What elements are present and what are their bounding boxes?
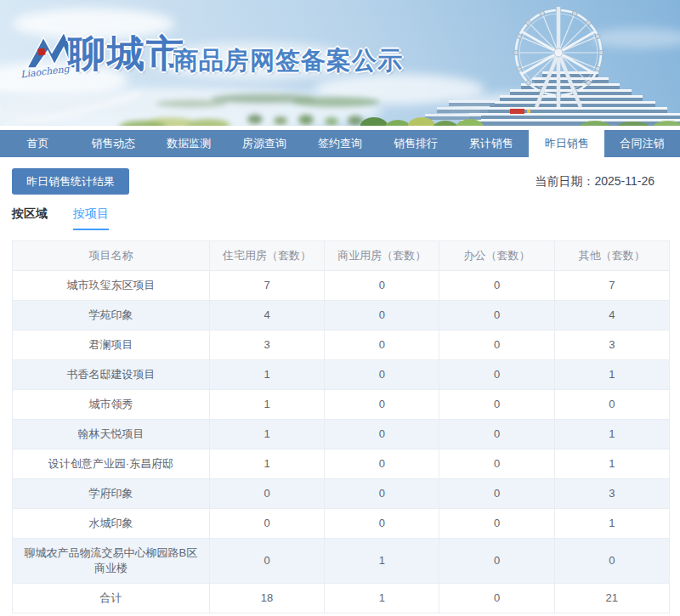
nav-item-4[interactable]: 签约查询 xyxy=(303,130,378,157)
value-cell: 1 xyxy=(325,584,439,613)
column-header-1: 住宅用房（套数） xyxy=(209,241,324,271)
value-cell: 1 xyxy=(209,449,324,479)
table-row: 学府印象0003 xyxy=(13,479,670,509)
nav-item-7[interactable]: 昨日销售 xyxy=(529,130,604,157)
value-cell: 21 xyxy=(554,584,669,613)
value-cell: 0 xyxy=(325,331,439,360)
yesterday-sales-result-button[interactable]: 昨日销售统计结果 xyxy=(12,168,129,195)
value-cell: 0 xyxy=(439,449,554,479)
value-cell: 0 xyxy=(325,479,439,509)
value-cell: 1 xyxy=(554,360,669,390)
value-cell: 0 xyxy=(209,479,324,509)
value-cell: 0 xyxy=(325,449,439,479)
site-title-main: 商品房网签备案公示 xyxy=(173,44,403,78)
value-cell: 0 xyxy=(325,509,439,539)
column-header-3: 办公（套数） xyxy=(439,241,554,271)
project-name-cell: 君澜项目 xyxy=(13,331,210,360)
value-cell: 4 xyxy=(209,301,324,331)
tab-0[interactable]: 按区域 xyxy=(12,206,48,230)
value-cell: 1 xyxy=(209,360,324,390)
table-row: 学苑印象4004 xyxy=(13,301,670,331)
page: Liaocheng 聊城市 商品房网签备案公示 首页销售动态数据监测房源查询签约… xyxy=(0,0,680,616)
current-date-value: 2025-11-26 xyxy=(594,174,654,188)
value-cell: 1 xyxy=(554,509,669,539)
site-title-city: 聊城市 xyxy=(68,29,185,79)
value-cell: 0 xyxy=(439,479,554,509)
value-cell: 4 xyxy=(554,301,669,331)
value-cell: 0 xyxy=(439,360,554,390)
project-name-cell: 聊城农产品物流交易中心柳园路B区商业楼 xyxy=(13,539,210,584)
nav-item-5[interactable]: 销售排行 xyxy=(377,130,453,157)
nav-item-3[interactable]: 房源查询 xyxy=(227,130,303,157)
column-header-0: 项目名称 xyxy=(13,241,210,271)
project-name-cell: 合计 xyxy=(13,584,210,613)
nav-item-0[interactable]: 首页 xyxy=(0,130,76,157)
column-header-4: 其他（套数） xyxy=(554,241,669,271)
table-row: 君澜项目3003 xyxy=(13,331,670,360)
value-cell: 0 xyxy=(325,271,439,301)
table-row: 水城印象0001 xyxy=(13,509,670,539)
value-cell: 0 xyxy=(439,331,554,360)
value-cell: 0 xyxy=(439,584,554,613)
value-cell: 0 xyxy=(209,509,324,539)
table-row: 设计创意产业园·东昌府邸1001 xyxy=(13,449,670,479)
value-cell: 0 xyxy=(439,509,554,539)
project-name-cell: 城市玖玺东区项目 xyxy=(13,271,210,301)
value-cell: 0 xyxy=(325,420,439,449)
project-name-cell: 城市领秀 xyxy=(13,390,210,420)
table-row: 聊城农产品物流交易中心柳园路B区商业楼0100 xyxy=(13,539,670,584)
value-cell: 0 xyxy=(554,390,669,420)
value-cell: 1 xyxy=(554,420,669,449)
table-row: 城市玖玺东区项目7007 xyxy=(13,271,670,301)
project-name-cell: 书香名邸建设项目 xyxy=(13,360,210,390)
project-name-cell: 学府印象 xyxy=(13,479,210,509)
value-cell: 3 xyxy=(554,479,669,509)
project-name-cell: 翰林天悦项目 xyxy=(13,420,210,449)
sales-table: 项目名称住宅用房（套数）商业用房（套数）办公（套数）其他（套数） 城市玖玺东区项… xyxy=(12,240,670,613)
view-tabs: 按区域按项目 xyxy=(12,206,668,230)
project-name-cell: 水城印象 xyxy=(13,509,210,539)
nav-item-1[interactable]: 销售动态 xyxy=(76,130,151,157)
toolbar: 昨日销售统计结果 当前日期：2025-11-26 xyxy=(12,168,668,195)
value-cell: 0 xyxy=(439,420,554,449)
value-cell: 1 xyxy=(209,390,324,420)
value-cell: 18 xyxy=(209,584,324,613)
value-cell: 1 xyxy=(554,449,669,479)
nav-item-8[interactable]: 合同注销 xyxy=(604,130,680,157)
content-area: 昨日销售统计结果 当前日期：2025-11-26 按区域按项目 项目名称住宅用房… xyxy=(0,168,680,613)
project-name-cell: 设计创意产业园·东昌府邸 xyxy=(13,449,210,479)
nav-item-2[interactable]: 数据监测 xyxy=(151,130,227,157)
value-cell: 0 xyxy=(209,539,324,584)
value-cell: 1 xyxy=(209,420,324,449)
value-cell: 3 xyxy=(209,331,324,360)
site-banner: Liaocheng 聊城市 商品房网签备案公示 xyxy=(0,0,680,126)
project-name-cell: 学苑印象 xyxy=(13,301,210,331)
value-cell: 7 xyxy=(209,271,324,301)
table-row: 合计181021 xyxy=(13,584,670,613)
table-row: 书香名邸建设项目1001 xyxy=(13,360,670,390)
table-row: 城市领秀1000 xyxy=(13,390,670,420)
value-cell: 0 xyxy=(325,390,439,420)
current-date: 当前日期：2025-11-26 xyxy=(535,174,654,189)
sales-table-body: 城市玖玺东区项目7007学苑印象4004君澜项目3003书香名邸建设项目1001… xyxy=(13,271,670,613)
value-cell: 0 xyxy=(554,539,669,584)
current-date-label: 当前日期： xyxy=(535,174,594,188)
tab-1[interactable]: 按项目 xyxy=(73,206,109,230)
value-cell: 0 xyxy=(439,539,554,584)
value-cell: 3 xyxy=(554,331,669,360)
sales-table-header: 项目名称住宅用房（套数）商业用房（套数）办公（套数）其他（套数） xyxy=(13,241,670,271)
column-header-2: 商业用房（套数） xyxy=(325,241,439,271)
value-cell: 7 xyxy=(554,271,669,301)
value-cell: 0 xyxy=(325,301,439,331)
value-cell: 0 xyxy=(325,360,439,390)
table-row: 翰林天悦项目1001 xyxy=(13,420,670,449)
value-cell: 0 xyxy=(439,271,554,301)
value-cell: 0 xyxy=(439,390,554,420)
value-cell: 0 xyxy=(439,301,554,331)
value-cell: 1 xyxy=(325,539,439,584)
main-nav: 首页销售动态数据监测房源查询签约查询销售排行累计销售昨日销售合同注销 xyxy=(0,130,680,157)
nav-item-6[interactable]: 累计销售 xyxy=(453,130,529,157)
